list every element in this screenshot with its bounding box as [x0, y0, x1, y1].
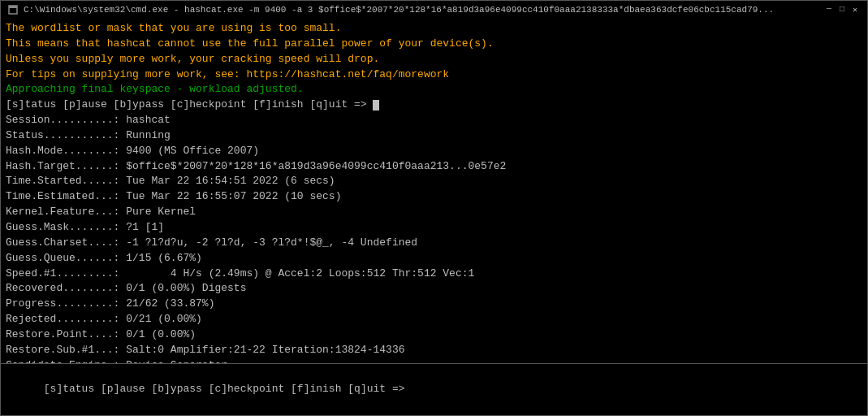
terminal-line: Hash.Target......: $office$*2007*20*128*…	[6, 159, 862, 175]
terminal-line: Time.Started.....: Tue Mar 22 16:54:51 2…	[6, 174, 862, 189]
terminal-line: Guess.Queue......: 1/15 (6.67%)	[6, 251, 862, 266]
terminal-line: This means that hashcat cannot use the f…	[6, 37, 862, 52]
title-bar: C:\Windows\system32\cmd.exe - hashcat.ex…	[0, 0, 868, 18]
terminal-line: Restore.Sub.#1...: Salt:0 Amplifier:21-2…	[6, 343, 862, 358]
title-bar-controls: ─ □ ✕	[823, 4, 861, 15]
title-bar-text: C:\Windows\system32\cmd.exe - hashcat.ex…	[24, 5, 823, 15]
terminal-line: Hash.Mode........: 9400 (MS Office 2007)	[6, 144, 862, 159]
terminal-line: Restore.Point....: 0/1 (0.00%)	[6, 327, 862, 343]
terminal-line: Kernel.Feature...: Pure Kernel	[6, 205, 862, 220]
bottom-status-bar: [s]tatus [p]ause [b]ypass [c]heckpoint […	[0, 364, 868, 416]
maximize-button[interactable]: □	[836, 4, 848, 15]
terminal-output: The wordlist or mask that you are using …	[0, 18, 868, 364]
terminal-line: Speed.#1.........: 4 H/s (2.49ms) @ Acce…	[6, 266, 862, 282]
terminal-line: The wordlist or mask that you are using …	[6, 21, 862, 37]
terminal-line: Unless you supply more work, your cracki…	[6, 52, 862, 67]
minimize-button[interactable]: ─	[823, 4, 835, 15]
terminal-line: Recovered........: 0/1 (0.00%) Digests	[6, 281, 862, 297]
terminal-line: Rejected.........: 0/21 (0.00%)	[6, 312, 862, 327]
window-icon	[7, 4, 19, 15]
terminal-line: Time.Estimated...: Tue Mar 22 16:55:07 2…	[6, 189, 862, 205]
svg-rect-1	[9, 6, 17, 8]
cursor-blink	[373, 100, 379, 110]
terminal-line: For tips on supplying more work, see: ht…	[6, 67, 862, 83]
bottom-command-line: [s]tatus [p]ause [b]ypass [c]heckpoint […	[6, 366, 862, 413]
terminal-line: Guess.Mask.......: ?1 [1]	[6, 220, 862, 236]
terminal-line: Session..........: hashcat	[6, 113, 862, 128]
window: C:\Windows\system32\cmd.exe - hashcat.ex…	[0, 0, 868, 416]
close-button[interactable]: ✕	[849, 4, 861, 15]
terminal-line: Approaching final keyspace - workload ad…	[6, 82, 862, 98]
terminal-line: Guess.Charset....: -1 ?l?d?u, -2 ?l?d, -…	[6, 236, 862, 251]
terminal-line: Candidate.Engine.: Device Generator	[6, 358, 862, 365]
terminal-line: Status...........: Running	[6, 128, 862, 144]
terminal-line: [s]tatus [p]ause [b]ypass [c]heckpoint […	[6, 98, 862, 113]
terminal-line: Progress.........: 21/62 (33.87%)	[6, 297, 862, 312]
